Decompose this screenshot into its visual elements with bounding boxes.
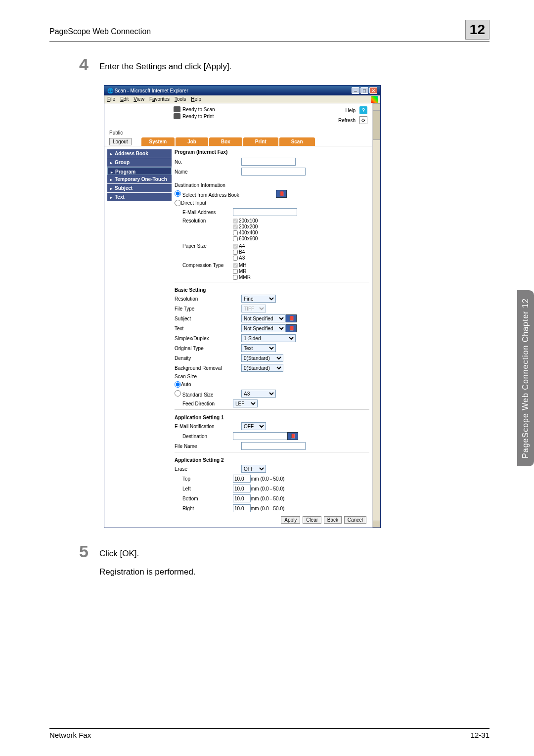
bottom-input[interactable] bbox=[233, 494, 251, 502]
maximize-icon[interactable]: □ bbox=[360, 87, 368, 94]
email-input[interactable] bbox=[233, 208, 297, 216]
filetype-select[interactable]: TIFF bbox=[241, 305, 266, 312]
step-5-text: Click [OK]. bbox=[99, 547, 196, 560]
step-5-text2: Registration is performed. bbox=[99, 565, 196, 578]
subject-book-icon[interactable]: 📕 bbox=[286, 314, 297, 322]
step-4-text: Enter the Settings and click [Apply]. bbox=[99, 60, 231, 73]
clear-button[interactable]: Clear bbox=[303, 516, 321, 524]
name-input[interactable] bbox=[241, 168, 306, 176]
paper-b4[interactable] bbox=[233, 250, 238, 255]
tab-system[interactable]: System bbox=[141, 137, 175, 146]
name-label: Name bbox=[175, 169, 241, 175]
paper-a3[interactable] bbox=[233, 256, 238, 261]
tab-scan[interactable]: Scan bbox=[279, 137, 315, 146]
no-input[interactable] bbox=[241, 158, 296, 166]
tab-job[interactable]: Job bbox=[176, 137, 208, 146]
comp-mmr[interactable] bbox=[233, 275, 238, 280]
scroll-down-icon[interactable] bbox=[373, 521, 380, 528]
scrollbar[interactable] bbox=[372, 103, 380, 528]
menu-help[interactable]: Help bbox=[191, 96, 201, 102]
menu-favorites[interactable]: Favorites bbox=[149, 96, 170, 102]
scansize-auto-radio[interactable] bbox=[175, 381, 181, 388]
refresh-link[interactable]: Refresh bbox=[338, 118, 356, 123]
top-input[interactable] bbox=[233, 475, 251, 483]
text-select[interactable]: Not Specified bbox=[241, 324, 286, 332]
comp-mh[interactable] bbox=[233, 263, 238, 268]
text-book-icon[interactable]: 📕 bbox=[286, 324, 297, 332]
chapter-number: 12 bbox=[465, 20, 490, 40]
paper-a4[interactable] bbox=[233, 244, 238, 249]
app1-header: Application Setting 1 bbox=[175, 415, 369, 420]
page-title: PageScope Web Connection bbox=[49, 27, 151, 36]
tab-print[interactable]: Print bbox=[243, 137, 278, 146]
menu-file[interactable]: File bbox=[107, 96, 115, 102]
res-200x200[interactable] bbox=[233, 224, 238, 229]
simplex-select[interactable]: 1-Sided bbox=[241, 334, 296, 342]
no-label: No. bbox=[175, 159, 241, 165]
ie-window: 🌐 Scan - Microsoft Internet Explorer – □… bbox=[104, 85, 381, 528]
addressbook-icon[interactable]: 📕 bbox=[276, 190, 287, 198]
apply-button[interactable]: Apply bbox=[281, 516, 300, 524]
help-icon[interactable]: ? bbox=[359, 106, 367, 114]
sidebar-item-text[interactable]: Text bbox=[107, 193, 172, 202]
paper-label: Paper Size bbox=[175, 243, 233, 249]
step-4-number: 4 bbox=[79, 56, 89, 73]
ready-print-label: Ready to Print bbox=[182, 114, 214, 119]
comp-mr[interactable] bbox=[233, 269, 238, 274]
left-input[interactable] bbox=[233, 485, 251, 492]
menu-tools[interactable]: Tools bbox=[175, 96, 186, 102]
app2-header: Application Setting 2 bbox=[175, 457, 369, 463]
back-button[interactable]: Back bbox=[324, 516, 342, 524]
direct-input-radio[interactable] bbox=[175, 200, 181, 206]
feed-select[interactable]: LEF bbox=[233, 400, 258, 407]
refresh-icon[interactable]: ⟳ bbox=[359, 116, 367, 124]
right-input[interactable] bbox=[233, 504, 251, 512]
cancel-button[interactable]: Cancel bbox=[344, 516, 366, 524]
dest-input[interactable] bbox=[233, 432, 287, 440]
tab-box[interactable]: Box bbox=[209, 137, 242, 146]
form-title: Program (Internet Fax) bbox=[175, 149, 369, 155]
footer-left: Network Fax bbox=[49, 731, 91, 739]
sidebar-item-address-book[interactable]: Address Book bbox=[107, 149, 172, 158]
minimize-icon[interactable]: – bbox=[352, 87, 359, 94]
printer-icon bbox=[174, 113, 180, 119]
sidebar-item-subject[interactable]: Subject bbox=[107, 184, 172, 193]
bgremoval-select[interactable]: 0(Standard) bbox=[241, 364, 283, 372]
resolution-label: Resolution bbox=[175, 218, 233, 223]
filename-input[interactable] bbox=[241, 442, 306, 450]
menu-bar: File Edit View Favorites Tools Help bbox=[104, 95, 380, 103]
dest-book-icon[interactable]: 📕 bbox=[287, 432, 298, 440]
sidebar-item-temporary[interactable]: Temporary One-Touch bbox=[107, 175, 172, 184]
subject-select[interactable]: Not Specified bbox=[241, 314, 286, 322]
sidebar-item-group[interactable]: Group bbox=[107, 158, 172, 167]
menu-view[interactable]: View bbox=[134, 96, 144, 102]
res-600x600[interactable] bbox=[233, 236, 238, 241]
dest-info-label: Destination Information bbox=[175, 182, 369, 188]
scansize-std-radio[interactable] bbox=[175, 390, 181, 397]
basic-setting-header: Basic Setting bbox=[175, 287, 369, 293]
scroll-up-icon[interactable] bbox=[373, 103, 380, 110]
res-400x400[interactable] bbox=[233, 230, 238, 235]
footer-right: 12-31 bbox=[471, 731, 490, 739]
select-addressbook-radio[interactable] bbox=[175, 190, 181, 197]
window-title: 🌐 Scan - Microsoft Internet Explorer bbox=[107, 88, 188, 93]
side-tab: PageScope Web Connection Chapter 12 bbox=[517, 290, 534, 466]
comp-label: Compression Type bbox=[175, 263, 233, 268]
res-200x100[interactable] bbox=[233, 219, 238, 223]
emailnotif-select[interactable]: OFF bbox=[241, 422, 266, 430]
scanner-icon bbox=[174, 106, 180, 112]
logout-button[interactable]: Logout bbox=[109, 138, 132, 145]
menu-edit[interactable]: Edit bbox=[120, 96, 129, 102]
sidebar-item-program[interactable]: Program bbox=[107, 167, 172, 175]
ready-scan-label: Ready to Scan bbox=[182, 107, 215, 112]
close-icon[interactable]: ✕ bbox=[369, 87, 377, 94]
origtype-select[interactable]: Text bbox=[241, 344, 276, 352]
scroll-thumb[interactable] bbox=[373, 110, 380, 140]
email-label: E-Mail Address bbox=[175, 210, 233, 215]
help-link[interactable]: Help bbox=[345, 108, 356, 113]
stdsize-select[interactable]: A3 bbox=[241, 390, 276, 398]
res-select[interactable]: Fine bbox=[241, 295, 276, 303]
erase-select[interactable]: OFF bbox=[241, 465, 266, 473]
ie-logo-icon bbox=[371, 96, 378, 103]
density-select[interactable]: 0(Standard) bbox=[241, 354, 283, 362]
